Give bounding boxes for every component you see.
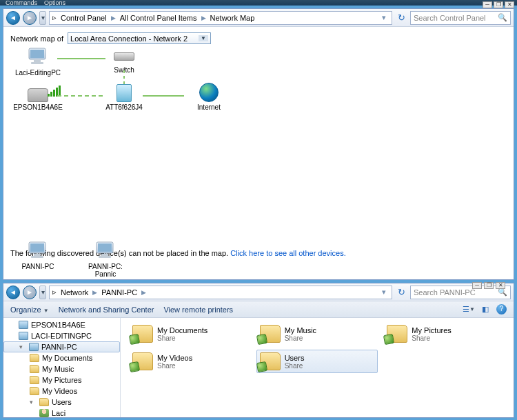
caption-buttons: ─ ❐ ✕	[483, 1, 514, 8]
node-this-pc[interactable]: Laci-EditingPC	[10, 47, 65, 77]
nav-tree[interactable]: EPSON1B4A6E LACI-EDITINGPC ▾PANNI-PC My …	[3, 318, 121, 417]
svg-rect-10	[101, 254, 108, 256]
restore-button[interactable]: ❐	[494, 1, 503, 8]
tree-item-folder[interactable]: My Pictures	[3, 374, 120, 386]
map-of-row: Network map of Local Area Connection - N…	[10, 32, 507, 44]
share-my-pictures[interactable]: My PicturesShare	[383, 322, 505, 346]
address-dropdown[interactable]: ▾	[379, 13, 389, 22]
node-router[interactable]: ATT6f626J4	[97, 84, 152, 111]
svg-rect-6	[34, 254, 41, 256]
share-my-videos[interactable]: My VideosShare	[129, 350, 251, 373]
split-view: EPSON1B4A6E LACI-EDITINGPC ▾PANNI-PC My …	[3, 318, 514, 417]
close-button[interactable]: ✕	[496, 282, 505, 289]
top-menu-bar: Commands Options	[0, 0, 517, 6]
breadcrumb-icon: ▹	[52, 288, 57, 297]
crumb-control-panel[interactable]: Control Panel	[59, 13, 108, 23]
see-all-devices-link[interactable]: Click here to see all other devices.	[230, 249, 346, 257]
connection-selected: Local Area Connection - Network 2	[70, 34, 187, 43]
tree-item-folder[interactable]: My Documents	[3, 352, 120, 363]
search-box[interactable]: Search Control Panel 🔍	[410, 11, 511, 25]
unplaced-device[interactable]: PANNI-PC	[10, 241, 65, 278]
tree-item-users[interactable]: ▾Users	[3, 397, 120, 408]
command-bar: Organize ▼ Network and Sharing Center Vi…	[3, 301, 514, 318]
share-folder-icon	[260, 325, 281, 343]
tree-item-computer[interactable]: EPSON1B4A6E	[3, 319, 120, 330]
help-button[interactable]: ?	[496, 304, 507, 314]
node-label: PANNI-PC	[10, 263, 65, 270]
address-bar-row: ◄ ► ▾ ▹ Control Panel ▶ All Control Pane…	[3, 9, 514, 27]
tree-item-panni-pc[interactable]: ▾PANNI-PC	[3, 341, 120, 352]
globe-icon	[199, 83, 219, 102]
close-button[interactable]: ✕	[505, 1, 514, 8]
search-placeholder: Search PANNI-PC	[414, 288, 476, 297]
node-printer[interactable]: EPSON1B4A6E	[10, 84, 65, 111]
nav-back-button[interactable]: ◄	[6, 11, 20, 25]
share-folder-icon	[132, 325, 153, 343]
folder-icon	[30, 354, 39, 362]
view-remote-printers-link[interactable]: View remote printers	[163, 306, 233, 314]
breadcrumb-icon: ▹	[52, 13, 57, 22]
minimize-button[interactable]: ─	[472, 282, 482, 289]
view-options-button[interactable]: ☰▼	[463, 304, 474, 315]
svg-rect-7	[31, 256, 43, 258]
node-internet[interactable]: Internet	[181, 83, 236, 111]
menu-options[interactable]: Options	[44, 0, 65, 6]
switch-icon	[114, 52, 134, 61]
network-sharing-center-link[interactable]: Network and Sharing Center	[59, 306, 154, 314]
crumb-panni-pc[interactable]: PANNI-PC	[100, 288, 139, 297]
network-map-body: Network map of Local Area Connection - N…	[3, 27, 514, 279]
unplaced-devices: PANNI-PC PANNI-PC: Pannic	[10, 241, 133, 278]
node-label: ATT6f626J4	[97, 103, 152, 111]
node-label: Internet	[181, 103, 236, 111]
folder-icon	[30, 365, 39, 373]
tree-item-folder[interactable]: My Music	[3, 363, 120, 374]
share-my-music[interactable]: My MusicShare	[256, 322, 378, 346]
chevron-right-icon: ▶	[92, 289, 97, 296]
organize-menu[interactable]: Organize ▼	[10, 306, 49, 314]
breadcrumb-bar[interactable]: ▹ Control Panel ▶ All Control Panel Item…	[49, 11, 392, 25]
tree-item-folder[interactable]: My Videos	[3, 386, 120, 397]
search-placeholder: Search Control Panel	[414, 14, 486, 22]
share-my-documents[interactable]: My DocumentsShare	[129, 322, 251, 346]
refresh-button[interactable]: ↻	[395, 12, 407, 24]
preview-pane-button[interactable]: ◧	[480, 304, 491, 315]
router-icon	[116, 84, 132, 102]
link-solid	[143, 95, 184, 97]
content-pane[interactable]: My DocumentsShare My MusicShare My Pictu…	[121, 318, 514, 417]
search-icon: 🔍	[498, 13, 507, 22]
network-map-of-label: Network map of	[10, 34, 63, 43]
share-users[interactable]: UsersShare	[256, 350, 378, 373]
tree-item-user[interactable]: Laci	[3, 408, 120, 417]
folder-icon	[30, 376, 39, 384]
menu-commands[interactable]: Commands	[6, 0, 37, 6]
breadcrumb-bar[interactable]: ▹ Network ▶ PANNI-PC ▶ ▾	[49, 286, 392, 299]
restore-button[interactable]: ❐	[484, 282, 494, 289]
connection-select[interactable]: Local Area Connection - Network 2 ▼	[68, 32, 211, 44]
crumb-all-items[interactable]: All Control Panel Items	[119, 13, 199, 23]
address-dropdown[interactable]: ▾	[379, 288, 389, 297]
crumb-network-map[interactable]: Network Map	[209, 13, 256, 23]
caption-buttons: ─ ❐ ✕	[472, 282, 505, 289]
nav-forward-button[interactable]: ►	[23, 286, 37, 299]
svg-rect-2	[34, 60, 41, 62]
computer-icon	[29, 343, 39, 351]
nav-forward-button[interactable]: ►	[23, 11, 37, 25]
share-folder-icon	[260, 352, 281, 370]
nav-history-button[interactable]: ▾	[39, 286, 46, 299]
refresh-button[interactable]: ↻	[395, 286, 407, 299]
crumb-network[interactable]: Network	[59, 288, 90, 297]
expander-icon[interactable]: ▾	[30, 399, 37, 406]
svg-rect-5	[30, 243, 44, 252]
svg-rect-1	[30, 50, 44, 58]
tree-item-computer[interactable]: LACI-EDITINGPC	[3, 330, 120, 341]
computer-icon	[19, 332, 28, 340]
minimize-button[interactable]: ─	[483, 1, 492, 8]
nav-history-button[interactable]: ▾	[39, 11, 46, 25]
printer-icon	[28, 88, 48, 102]
expander-icon[interactable]: ▾	[19, 343, 26, 350]
folder-icon	[39, 398, 49, 406]
computer-icon	[27, 241, 49, 260]
unplaced-device[interactable]: PANNI-PC: Pannic	[78, 241, 133, 278]
node-label: Laci-EditingPC	[10, 69, 65, 77]
nav-back-button[interactable]: ◄	[6, 286, 20, 299]
